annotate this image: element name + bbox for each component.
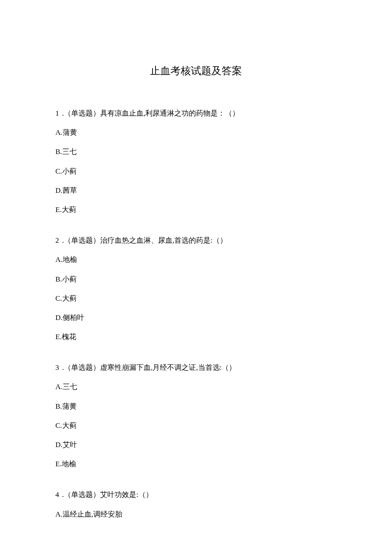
question-text: 3 .（单选题）虚寒性崩漏下血,月经不调之证,当首选:（） <box>55 362 337 373</box>
question-text: 4 .（单选题）艾叶功效是:（） <box>55 489 337 500</box>
page-title: 止血考核试题及答案 <box>55 64 337 78</box>
option-e: E.大蓟 <box>55 204 337 215</box>
question-content: 虚寒性崩漏下血,月经不调之证,当首选:（） <box>100 363 236 372</box>
option-c: C.大蓟 <box>55 420 337 431</box>
question-type: （单选题） <box>64 236 100 244</box>
question-block: 1 .（单选题）具有凉血止血,利尿通淋之功的药物是：（） A.蒲黄 B.三七 C… <box>55 108 337 215</box>
option-b: B.三七 <box>55 146 337 157</box>
option-a: A.三七 <box>55 381 337 392</box>
question-block: 4 .（单选题）艾叶功效是:（） A.温经止血,调经安胎 <box>55 489 337 520</box>
option-a: A.地榆 <box>55 254 337 265</box>
question-type: （单选题） <box>64 109 100 117</box>
option-e: E.地榆 <box>55 458 337 470</box>
question-content: 具有凉血止血,利尿通淋之功的药物是：（） <box>100 109 239 117</box>
question-text: 2 .（单选题）治疗血热之血淋、尿血,首选的药是:（） <box>55 235 337 246</box>
option-d: D.艾叶 <box>55 439 337 450</box>
option-e: E.槐花 <box>55 331 337 343</box>
question-dot: . <box>61 363 64 372</box>
question-dot: . <box>61 109 64 117</box>
question-type: （单选题） <box>64 363 100 372</box>
question-block: 2 .（单选题）治疗血热之血淋、尿血,首选的药是:（） A.地榆 B.小蓟 C.… <box>55 235 337 343</box>
question-number: 4 <box>55 491 61 499</box>
question-number: 3 <box>55 363 61 372</box>
option-c: C.大蓟 <box>55 293 337 304</box>
option-a: A.蒲黄 <box>55 127 337 138</box>
option-b: B.蒲黄 <box>55 401 337 412</box>
question-dot: . <box>61 236 64 244</box>
option-c: C.小蓟 <box>55 166 337 177</box>
question-number: 2 <box>55 236 61 244</box>
question-block: 3 .（单选题）虚寒性崩漏下血,月经不调之证,当首选:（） A.三七 B.蒲黄 … <box>55 362 337 470</box>
option-d: D.侧柏叶 <box>55 312 337 323</box>
question-type: （单选题） <box>64 491 100 499</box>
question-content: 治疗血热之血淋、尿血,首选的药是:（） <box>100 236 227 244</box>
question-content: 艾叶功效是:（） <box>100 491 153 499</box>
option-b: B.小蓟 <box>55 273 337 285</box>
option-d: D.茜草 <box>55 185 337 196</box>
question-number: 1 <box>55 109 61 117</box>
question-dot: . <box>61 491 64 499</box>
question-text: 1 .（单选题）具有凉血止血,利尿通淋之功的药物是：（） <box>55 108 337 119</box>
option-a: A.温经止血,调经安胎 <box>55 509 337 520</box>
